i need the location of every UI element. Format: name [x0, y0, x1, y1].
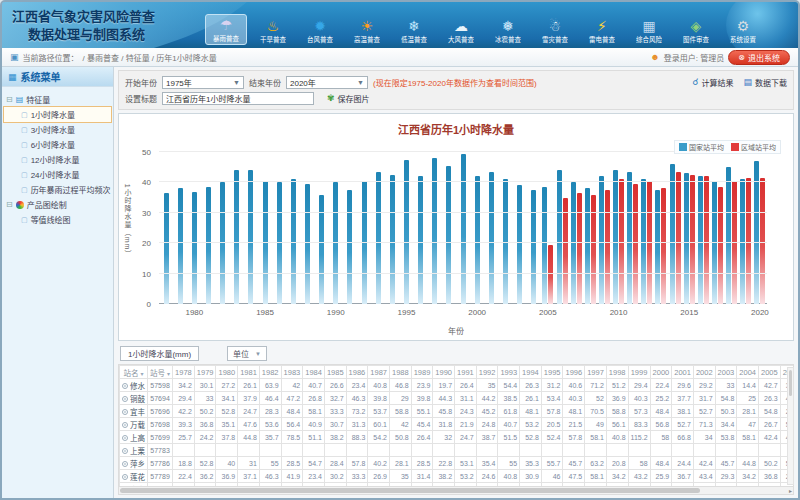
collapse-icon[interactable]: ⊟ — [6, 95, 13, 104]
nav-item-11[interactable]: ◈图件审查 — [675, 16, 717, 45]
column-header-station[interactable]: 站名 ▾ — [120, 366, 148, 379]
station-name-cell[interactable]: 萍乡 — [120, 457, 148, 470]
scroll-right-arrow-icon[interactable]: ▸ — [789, 487, 792, 495]
horizontal-scrollbar[interactable]: ▸ — [118, 486, 794, 495]
station-name-cell[interactable]: 上栗 — [120, 444, 148, 457]
column-header-year[interactable]: 1990 — [433, 366, 455, 379]
station-name-cell[interactable]: 铜鼓 — [120, 392, 148, 405]
column-header-year[interactable]: 1987 — [368, 366, 390, 379]
radio-button[interactable] — [122, 396, 128, 402]
radio-button[interactable] — [122, 448, 128, 454]
column-header-year[interactable]: 2005 — [758, 366, 780, 379]
nav-item-2[interactable]: ♨干旱普查 — [252, 16, 294, 45]
radio-button[interactable] — [122, 422, 128, 428]
unit-select[interactable]: 单位 ▼ — [227, 346, 267, 361]
column-header-year[interactable]: 1981 — [238, 366, 260, 379]
radio-button[interactable] — [122, 435, 128, 441]
data-download-button[interactable]: ▤ 数据下载 — [743, 77, 787, 88]
wind-icon: ☁ — [441, 18, 481, 35]
sidebar-item-1-6[interactable]: ▢历年暴雨过程平均频次 — [4, 182, 111, 197]
scrollbar-thumb[interactable] — [789, 370, 792, 396]
station-name-cell[interactable]: 上高 — [120, 431, 148, 444]
station-name-cell[interactable]: 宜丰 — [120, 405, 148, 418]
radio-button[interactable] — [122, 383, 128, 389]
column-header-year[interactable]: 1983 — [281, 366, 303, 379]
start-year-select[interactable]: 1975年 ▼ — [162, 76, 244, 89]
station-name: 万载 — [130, 421, 145, 430]
sidebar-item-1-5[interactable]: ▢24小时降水量 — [4, 167, 111, 182]
nav-item-4[interactable]: ☀高温普查 — [346, 16, 388, 45]
nav-item-10[interactable]: ▦综合风险 — [628, 16, 670, 45]
column-header-year[interactable]: 1980 — [216, 366, 238, 379]
sidebar-item-2-1[interactable]: ▢等值线绘图 — [4, 212, 111, 227]
element-select-button[interactable]: 1小时降水量(mm) — [120, 346, 199, 361]
sidebar-item-1-4[interactable]: ▢12小时降水量 — [4, 152, 111, 167]
station-name-cell[interactable]: 莲花 — [120, 470, 148, 483]
bar-national-avg — [655, 190, 660, 304]
nav-item-9[interactable]: ⚡雷电普查 — [581, 16, 623, 45]
calc-result-button[interactable]: ☌ 计算结果 — [692, 77, 733, 88]
station-name-cell[interactable]: 万载 — [120, 418, 148, 431]
value-cell: 37.7 — [672, 392, 694, 405]
nav-item-1[interactable]: ☂暴雨普查 — [205, 14, 247, 45]
column-header-year[interactable]: 2002 — [693, 366, 715, 379]
column-header-year[interactable]: 1997 — [585, 366, 607, 379]
value-cell: 58.1 — [303, 405, 325, 418]
legend-entry[interactable]: 区域站平均 — [731, 142, 776, 152]
column-header-year[interactable]: 1984 — [303, 366, 325, 379]
column-header-year[interactable]: 1988 — [389, 366, 411, 379]
column-header-year[interactable]: 1994 — [520, 366, 542, 379]
value-cell: 26.9 — [368, 470, 390, 483]
chart-title-input[interactable] — [162, 92, 314, 105]
column-header-year[interactable]: 1979 — [194, 366, 216, 379]
column-header-year[interactable]: 1989 — [411, 366, 433, 379]
scrollbar-thumb[interactable] — [120, 488, 700, 493]
column-header-year[interactable]: 2001 — [672, 366, 694, 379]
nav-item-5[interactable]: ❄低温普查 — [393, 16, 435, 45]
radio-button[interactable] — [122, 409, 128, 415]
logout-button[interactable]: ⊗ 退出系统 — [728, 50, 790, 65]
sidebar-item-1-2[interactable]: ▢3小时降水量 — [4, 122, 111, 137]
column-header-year[interactable]: 1995 — [541, 366, 563, 379]
nav-item-6[interactable]: ☁大风普查 — [440, 16, 482, 45]
nav-item-7[interactable]: ❅冰雹普查 — [487, 16, 529, 45]
nav-item-3[interactable]: ✹台风普查 — [299, 16, 341, 45]
column-header-stid[interactable]: 站号 ▾ — [148, 366, 173, 379]
column-header-year[interactable]: 1996 — [563, 366, 585, 379]
column-header-year[interactable]: 1978 — [173, 366, 195, 379]
radio-button[interactable] — [122, 474, 128, 480]
value-cell: 48.4 — [650, 457, 672, 470]
value-cell: 34.2 — [173, 379, 195, 392]
breadcrumb[interactable]: / 暴雨普查 / 特征量 / 历年1小时降水量 — [83, 52, 217, 63]
sidebar-item-1-3[interactable]: ▢6小时降水量 — [4, 137, 111, 152]
sidebar-group-1[interactable]: ⊟▤特征量 — [4, 92, 111, 107]
column-header-year[interactable]: 1982 — [259, 366, 281, 379]
legend-entry[interactable]: 国家站平均 — [679, 142, 724, 152]
column-header-year[interactable]: 1986 — [346, 366, 368, 379]
station-table-wrap[interactable]: 站名 ▾站号 ▾19781979198019811982198319841985… — [118, 364, 794, 486]
column-header-year[interactable]: 1991 — [455, 366, 477, 379]
collapse-icon[interactable]: ⊟ — [6, 200, 13, 209]
value-cell: 54.8 — [758, 405, 780, 418]
sort-icon[interactable]: ▾ — [141, 371, 144, 377]
save-image-button[interactable]: ✾ 保存图片 — [327, 93, 370, 104]
column-header-year[interactable]: 2004 — [737, 366, 759, 379]
column-header-year[interactable]: 1985 — [324, 366, 346, 379]
sidebar-item-1-1[interactable]: ▢1小时降水量 — [4, 107, 111, 122]
table-row: 宜丰5769642.250.252.824.728.348.458.133.37… — [120, 405, 795, 418]
column-header-year[interactable]: 1992 — [476, 366, 498, 379]
station-name-cell[interactable]: 修水 — [120, 379, 148, 392]
sidebar-group-2[interactable]: ⊟产品图绘制 — [4, 197, 111, 212]
column-header-year[interactable]: 1999 — [628, 366, 650, 379]
nav-item-12[interactable]: ⚙系统设置 — [722, 16, 764, 45]
column-header-year[interactable]: 1993 — [498, 366, 520, 379]
nav-item-8[interactable]: ☃雪灾普查 — [534, 16, 576, 45]
radio-button[interactable] — [122, 461, 128, 467]
column-header-year[interactable]: 1998 — [606, 366, 628, 379]
vertical-scrollbar[interactable] — [787, 367, 794, 485]
end-year-select[interactable]: 2020年 ▼ — [286, 76, 368, 89]
column-header-year[interactable]: 2003 — [715, 366, 737, 379]
value-cell: 26.7 — [758, 418, 780, 431]
column-header-year[interactable]: 2000 — [650, 366, 672, 379]
sort-icon[interactable]: ▾ — [167, 371, 170, 377]
